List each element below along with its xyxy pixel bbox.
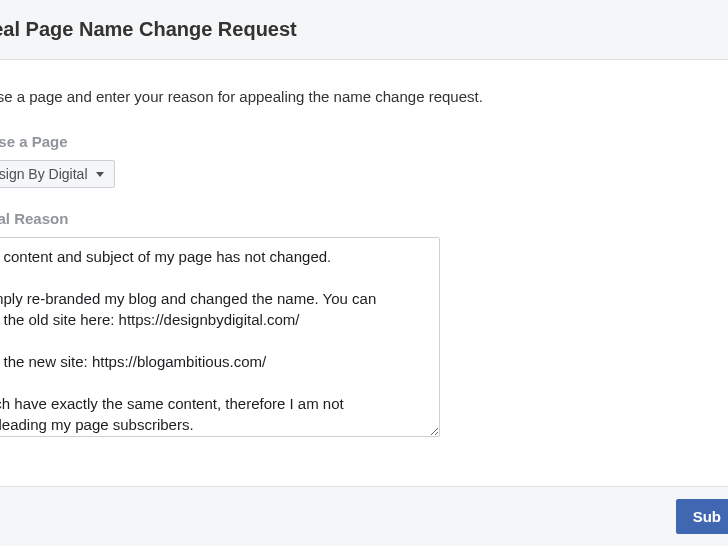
submit-button[interactable]: Sub xyxy=(676,499,728,534)
chevron-down-icon xyxy=(96,172,104,177)
appeal-reason-label: peal Reason xyxy=(0,210,728,227)
page-dropdown-selected: esign By Digital xyxy=(0,166,88,182)
header-bar: peal Page Name Change Request xyxy=(0,0,728,60)
choose-page-label: oose a Page xyxy=(0,133,728,150)
choose-page-section: oose a Page esign By Digital xyxy=(0,133,728,210)
page-dropdown[interactable]: esign By Digital xyxy=(0,160,115,188)
instructions-text: oose a page and enter your reason for ap… xyxy=(0,88,728,105)
appeal-reason-textarea[interactable] xyxy=(0,237,440,437)
form-content: oose a page and enter your reason for ap… xyxy=(0,60,728,440)
page-title: peal Page Name Change Request xyxy=(0,18,728,41)
appeal-reason-section: peal Reason xyxy=(0,210,728,440)
footer-bar: Sub xyxy=(0,486,728,546)
